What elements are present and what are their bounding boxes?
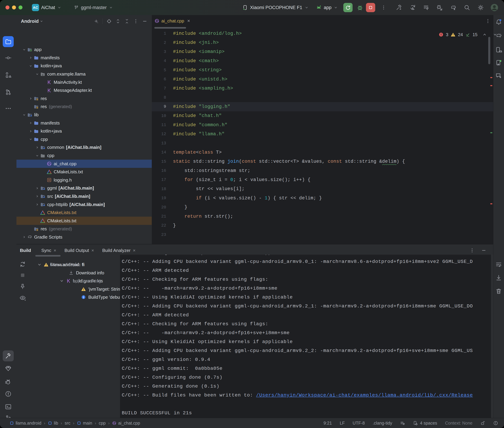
tree-row-cmakelists-txt[interactable]: CMakeLists.txt (17, 217, 152, 225)
stop-button[interactable] (366, 3, 375, 12)
code-line-5[interactable]: 5#include <string> (152, 66, 493, 75)
code-line-2[interactable]: 2#include <jni.h> (152, 38, 493, 47)
vcs-branch-selector[interactable]: ggml-master (74, 0, 113, 15)
sync-translate-button[interactable] (410, 4, 416, 11)
tree-row-gradle-scripts[interactable]: Gradle Scripts (17, 233, 152, 241)
code-analysis-icon[interactable] (400, 421, 405, 426)
code-line-22[interactable]: 22} (152, 221, 493, 230)
line-separator-widget[interactable]: LF (340, 421, 345, 426)
soft-wrap-button[interactable] (495, 261, 502, 268)
context-widget[interactable]: Context: None (445, 421, 472, 426)
more-run-options-button[interactable] (381, 5, 386, 10)
editor-tab-ai-chat[interactable]: ai_chat.cpp × (154, 18, 190, 24)
breadcrumb-lib[interactable]: lib (48, 421, 58, 426)
tree-row-res[interactable]: res (17, 95, 152, 103)
code-line-20[interactable]: 20 } (152, 203, 493, 212)
chevron-right-icon[interactable] (34, 194, 40, 199)
code-line-11[interactable]: 11#include "common.h" (152, 120, 493, 130)
more-tool-windows-button[interactable] (5, 105, 12, 112)
chevron-right-icon[interactable] (34, 186, 40, 191)
device-selector[interactable]: Xiaomi POCOPHONE F1 (242, 0, 309, 15)
chevron-right-icon[interactable] (34, 202, 40, 207)
inspection-profile-widget[interactable]: .clang-tidy (373, 421, 392, 426)
chevron-right-icon[interactable] (28, 96, 34, 101)
code-line-13[interactable]: 13 (152, 139, 493, 148)
search-everywhere-button[interactable] (464, 4, 470, 11)
minimize-window-button[interactable] (12, 6, 16, 9)
chevron-down-icon[interactable] (34, 72, 40, 77)
tree-row-res[interactable]: res(generated) (17, 103, 152, 111)
logcat-tool-button[interactable] (5, 379, 12, 385)
debug-button[interactable] (357, 4, 363, 11)
code-line-15[interactable]: 15static std::string join(const std::vec… (152, 157, 493, 166)
expand-all-button[interactable] (115, 19, 120, 24)
tree-row-mainactivity-kt[interactable]: MainActivity.kt (17, 78, 152, 86)
breadcrumb-ai-chat-cpp[interactable]: ai_chat.cpp (112, 421, 140, 426)
pull-requests-tool-button[interactable] (5, 89, 12, 96)
build-project-button[interactable] (396, 4, 402, 11)
tab-sync[interactable]: Sync × (41, 248, 56, 253)
tree-row-cmakelists-txt[interactable]: CMakeLists.txt (17, 168, 152, 176)
close-tab-icon[interactable]: × (187, 18, 190, 24)
build-console[interactable]: C/C++: -- Using KleidiAI optimized kerne… (120, 255, 493, 418)
clear-console-button[interactable] (495, 288, 502, 295)
code-line-3[interactable]: 3#include <iomanip> (152, 47, 493, 56)
chevron-right-icon[interactable] (28, 129, 34, 134)
tree-row-kotlin-java[interactable]: kotlin+java (17, 127, 152, 135)
code-area[interactable]: 1#include <android/log.h>2#include <jni.… (152, 29, 493, 239)
tree-row-manifests[interactable]: manifests (17, 119, 152, 127)
breadcrumb-cpp[interactable]: cpp (99, 421, 106, 426)
code-line-12[interactable]: 12#include "llama.h" (152, 130, 493, 139)
user-avatar[interactable] (490, 4, 498, 11)
terminal-tool-button[interactable] (5, 403, 12, 410)
breadcrumb-main[interactable]: main (77, 421, 92, 426)
collapse-all-button[interactable] (124, 19, 129, 24)
console-file-link[interactable]: /Users/hanyin/Workspace/ai-chat/examples… (256, 393, 473, 398)
error-stripe-mark[interactable] (490, 77, 492, 78)
next-problem-button[interactable] (493, 32, 498, 37)
notifications-button[interactable] (495, 19, 502, 25)
close-tab-icon[interactable]: × (54, 248, 56, 253)
profiler-button[interactable] (436, 4, 443, 11)
commit-tool-button[interactable] (5, 54, 12, 61)
tree-row-res[interactable]: res(generated) (17, 225, 152, 233)
hide-build-panel-button[interactable] (481, 248, 486, 253)
project-tool-button[interactable] (3, 36, 14, 47)
run-configuration-selector[interactable]: app (316, 0, 338, 15)
code-line-4[interactable]: 4#include <cmath> (152, 56, 493, 66)
code-line-23[interactable]: 23 (152, 230, 493, 239)
code-line-9[interactable]: 9#include "logging.h" (152, 102, 493, 111)
chevron-down-icon[interactable] (21, 47, 27, 52)
console-scrollbar[interactable] (491, 255, 493, 418)
tree-row-com-example-llama[interactable]: com.example.llama (17, 70, 152, 78)
chevron-down-icon[interactable] (21, 112, 27, 117)
tree-row-lib[interactable]: lib (17, 111, 152, 119)
chevron-right-icon[interactable] (28, 120, 34, 125)
code-line-6[interactable]: 6#include <unistd.h> (152, 75, 493, 84)
code-line-19[interactable]: 19 if (i < values.size() - 1) { str << d… (152, 194, 493, 203)
code-line-14[interactable]: 14template<class T> (152, 148, 493, 157)
chevron-down-icon[interactable] (59, 278, 64, 283)
chevron-down-icon[interactable] (28, 63, 34, 68)
sync-tree-row[interactable]: Download info (17, 269, 119, 277)
tab-build-output[interactable]: Build Output × (64, 248, 94, 253)
device-manager-button[interactable] (495, 46, 502, 53)
tree-row-logging-h[interactable]: logging.h (17, 176, 152, 184)
tree-row-cpp-httplib[interactable]: cpp-httplib[AiChat.lib.main] (17, 200, 152, 209)
tree-row-app[interactable]: app (17, 46, 152, 54)
indent-widget[interactable]: 4 spaces (413, 421, 437, 426)
editor-scrollbar[interactable] (488, 37, 490, 64)
close-tab-icon[interactable]: × (91, 248, 94, 253)
chevron-down-icon[interactable] (28, 137, 34, 142)
code-line-8[interactable]: 8 (152, 93, 493, 102)
editor-options-button[interactable] (485, 18, 490, 24)
tree-row-cpp[interactable]: cpp (17, 152, 152, 160)
add-button[interactable] (94, 19, 99, 24)
chevron-right-icon[interactable] (28, 55, 34, 60)
close-tab-icon[interactable]: × (133, 248, 136, 253)
structure-tool-button[interactable] (5, 72, 12, 78)
tree-row-cmakelists-txt[interactable]: CMakeLists.txt (17, 209, 152, 217)
code-line-17[interactable]: 17 for (size_t i = 0; i < values.size();… (152, 175, 493, 184)
tree-row-common[interactable]: common[AiChat.lib.main] (17, 143, 152, 152)
tree-row-kotlin-java[interactable]: kotlin+java (17, 62, 152, 70)
